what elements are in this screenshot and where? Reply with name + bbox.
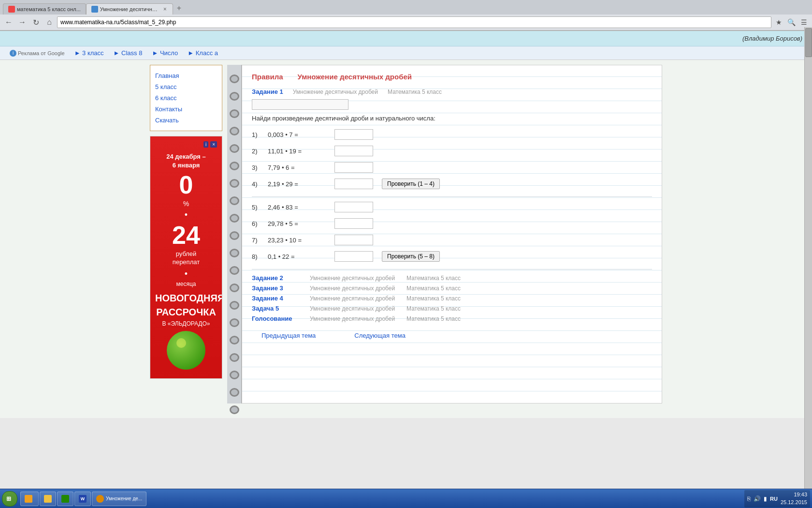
spiral-ring-11 — [230, 249, 239, 257]
task-list-row-1: Задание 3 Умножение десятичных дробей Ма… — [252, 284, 652, 292]
prob-expr-3: 7,79 • 6 = — [268, 164, 331, 171]
tab-1-title: математика 5 класс онл... — [17, 6, 81, 12]
prob-num-6: 6) — [252, 220, 264, 227]
separator-2 — [252, 269, 652, 269]
prob-num-8: 8) — [252, 253, 264, 260]
refresh-button[interactable]: ↻ — [30, 16, 42, 28]
page-title: Умножение десятичных дробей — [298, 73, 412, 81]
task-search-input[interactable] — [252, 99, 348, 110]
prob-input-7[interactable] — [334, 235, 373, 245]
tab-2-close[interactable]: × — [162, 6, 168, 13]
prob-expr-4: 2,19 • 29 = — [268, 180, 331, 188]
nav-link-chislo[interactable]: ► Число — [152, 49, 178, 57]
ad-rub-text: рублейпереплат — [155, 250, 217, 267]
scrollbar-right[interactable] — [804, 27, 812, 418]
zadanie4-sub2: Математика 5 класс — [406, 295, 461, 302]
zadacha5-sub1: Умножение десятичных дробей — [310, 305, 397, 312]
sidebar-item-kontakty[interactable]: Контакты — [155, 104, 217, 115]
spiral-ring-5 — [230, 144, 239, 153]
problem-row-7: 7) 23,23 • 10 = — [252, 235, 652, 245]
prob-input-4[interactable] — [334, 179, 373, 189]
spiral-ring-3 — [230, 109, 239, 118]
zadacha5-link[interactable]: Задача 5 — [252, 305, 300, 312]
tab-bar: математика 5 класс онл... Умножение деся… — [0, 0, 812, 15]
task-description: Найди произведение десятичной дроби и на… — [252, 115, 652, 122]
prob-input-2[interactable] — [334, 146, 373, 156]
golosovanie-link[interactable]: Голосование — [252, 315, 300, 322]
nav-link-class8[interactable]: ► Class 8 — [114, 49, 143, 57]
spiral-ring-2 — [230, 92, 239, 101]
zoom-icon[interactable]: 🔍 — [786, 17, 797, 28]
ad-month-label: месяца — [155, 281, 217, 287]
spiral-ring-7 — [230, 179, 239, 188]
settings-icon[interactable]: ☰ — [798, 17, 809, 28]
prob-input-1[interactable] — [334, 129, 373, 140]
prob-expr-2: 11,01 • 19 = — [268, 148, 331, 155]
task-search-bar — [252, 99, 652, 110]
tab-2[interactable]: Умножение десятичных ... × — [86, 3, 173, 15]
browser-chrome: математика 5 класс онл... Умножение деся… — [0, 0, 812, 31]
tab-1-favicon — [8, 6, 15, 13]
forward-button[interactable]: → — [16, 16, 28, 28]
pravila-link[interactable]: Правила — [252, 73, 283, 81]
spiral-ring-8 — [230, 196, 239, 205]
problem-row-6: 6) 29,78 • 5 = — [252, 218, 652, 229]
back-button[interactable]: ← — [3, 16, 14, 28]
nav-link-klassa[interactable]: ► Класс а — [188, 49, 218, 57]
ad-label: i Реклама от Google — [10, 50, 65, 57]
sidebar-item-5klass[interactable]: 5 класс — [155, 81, 217, 92]
prob-expr-6: 29,78 • 5 = — [268, 220, 331, 227]
sidebar-menu: Главная 5 класс 6 класс Контакты Скачать — [150, 65, 222, 131]
sidebar-item-skachat[interactable]: Скачать — [155, 115, 217, 126]
ad-sidebar: i × 24 декабря –6 января 0 % • 24 рублей… — [150, 136, 222, 379]
zadanie2-link[interactable]: Задание 2 — [252, 274, 300, 282]
problem-row-8: 8) 0,1 • 22 = Проверить (5 – 8) — [252, 251, 652, 262]
problem-row-2: 2) 11,01 • 19 = — [252, 146, 652, 156]
address-bar[interactable] — [57, 16, 771, 28]
page-wrapper: (Владимир Борисов) i Реклама от Google ►… — [0, 31, 812, 418]
zadanie4-link[interactable]: Задание 4 — [252, 295, 300, 302]
sidebar-item-6klass[interactable]: 6 класс — [155, 92, 217, 104]
prob-num-5: 5) — [252, 204, 264, 211]
spiral-ring-4 — [230, 127, 239, 135]
top-banner-text: (Владимир Борисов) — [742, 35, 802, 42]
zadanie3-link[interactable]: Задание 3 — [252, 284, 300, 292]
info-icon: i — [10, 50, 16, 57]
nav-link-3klass[interactable]: ► 3 класс — [74, 49, 104, 57]
home-button[interactable]: ⌂ — [44, 16, 55, 28]
ad-dot2: • — [155, 269, 217, 279]
prob-input-5[interactable] — [334, 202, 373, 212]
sidebar-item-glavnaya[interactable]: Главная — [155, 70, 217, 81]
ad-dot: • — [155, 210, 217, 220]
ad-zero: 0 — [155, 172, 217, 197]
spiral-ring-12 — [230, 266, 239, 275]
check-btn-1-4[interactable]: Проверить (1 – 4) — [382, 179, 440, 189]
zadanie2-sub2: Математика 5 класс — [406, 275, 461, 282]
prob-num-1: 1) — [252, 131, 264, 138]
next-theme-link[interactable]: Следующая тема — [354, 332, 406, 339]
task1-subtitle2: Математика 5 класс — [388, 89, 442, 95]
prob-input-6[interactable] — [334, 218, 373, 229]
spiral-ring-19 — [230, 388, 239, 397]
ad-info-btn[interactable]: i — [203, 141, 208, 148]
page-header: Правила Умножение десятичных дробей — [252, 73, 652, 81]
notebook: Правила Умножение десятичных дробей Зада… — [227, 65, 662, 403]
scrollbar-thumb[interactable] — [805, 28, 812, 57]
golosovanie-sub1: Умножение десятичных дробей — [310, 315, 397, 322]
prob-input-3[interactable] — [334, 162, 373, 173]
zadanie2-sub1: Умножение десятичных дробей — [310, 275, 397, 282]
task-list-row-4: Голосование Умножение десятичных дробей … — [252, 315, 652, 322]
ad-title2: РАССРОЧКА — [155, 306, 217, 318]
new-tab-button[interactable]: + — [173, 2, 185, 15]
nav-right-icons: ★ 🔍 ☰ — [773, 17, 809, 28]
nav-bar: ← → ↻ ⌂ ★ 🔍 ☰ — [0, 15, 812, 30]
tab-1[interactable]: математика 5 класс онл... — [3, 3, 86, 15]
check-btn-5-8[interactable]: Проверить (5 – 8) — [382, 251, 440, 262]
prob-input-8[interactable] — [334, 251, 373, 262]
prob-num-4: 4) — [252, 180, 264, 188]
spiral-ring-6 — [230, 162, 239, 170]
zadanie1-link[interactable]: Задание 1 — [252, 88, 283, 95]
bookmark-star-icon[interactable]: ★ — [773, 17, 784, 28]
prev-theme-link[interactable]: Предыдущая тема — [261, 332, 316, 339]
ad-close-btn[interactable]: × — [210, 141, 217, 148]
